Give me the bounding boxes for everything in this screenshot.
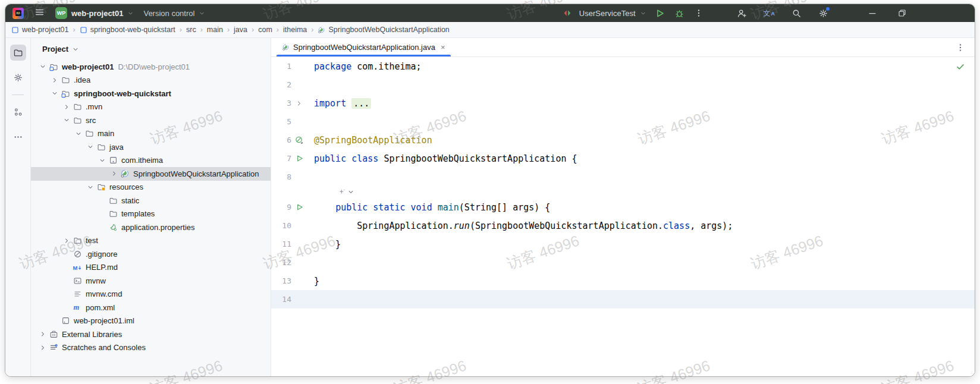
tree-item-com.itheima[interactable]: com.itheima <box>31 154 271 168</box>
project-panel-header[interactable]: Project <box>31 38 271 60</box>
chevron-collapsed-icon[interactable] <box>61 237 72 244</box>
code-with-me-button[interactable] <box>736 7 748 20</box>
search-everywhere-button[interactable] <box>790 7 803 20</box>
chevron-expanded-icon[interactable] <box>84 184 96 191</box>
folder-icon <box>72 116 83 125</box>
code-text: SpringApplication.run(SpringbootWebQuick… <box>314 221 733 231</box>
chevron-expanded-icon[interactable] <box>96 157 108 164</box>
tree-item-springboot-web-quickstart[interactable]: springboot-web-quickstart <box>31 87 271 100</box>
main-menu-button[interactable] <box>33 6 46 20</box>
restore-button[interactable] <box>896 7 908 19</box>
code-line-9[interactable]: 9 public static void main(String[] args)… <box>271 198 975 216</box>
tree-item-static[interactable]: static <box>31 194 271 207</box>
code-line-1[interactable]: 1package com.itheima; <box>271 57 975 75</box>
breadcrumb-item-web-project01[interactable]: web-project01 <box>11 26 69 34</box>
tree-item-label: test <box>86 236 98 245</box>
chevron-collapsed-icon[interactable] <box>108 170 120 177</box>
more-tools-button[interactable] <box>10 129 26 145</box>
chevron-collapsed-icon[interactable] <box>37 344 48 351</box>
chevron-collapsed-icon[interactable] <box>49 77 60 84</box>
breadcrumb-item-itheima[interactable]: itheima <box>283 26 307 34</box>
chevron-collapsed-icon[interactable] <box>37 331 48 338</box>
tree-item-test[interactable]: test <box>31 234 271 248</box>
inspection-ok-icon[interactable] <box>956 62 965 71</box>
tree-item-web-project01[interactable]: web-project01D:\DD\web-project01 <box>31 60 271 74</box>
chevron-collapsed-icon[interactable] <box>61 103 72 111</box>
tree-item-External Libraries[interactable]: External Libraries <box>31 328 271 341</box>
breadcrumb-label: springboot-web-quickstart <box>90 26 175 34</box>
code-line-8[interactable]: 8 <box>271 168 975 186</box>
code-line-3[interactable]: 3import ... <box>271 94 975 112</box>
tree-item-.gitignore[interactable]: .gitignore <box>31 247 271 261</box>
ai-inlay-icon[interactable] <box>338 188 354 196</box>
tab-options-kebab-icon[interactable] <box>956 43 965 52</box>
tree-item-mvnw[interactable]: mvnw <box>31 274 271 288</box>
chevron-expanded-icon[interactable] <box>61 117 72 124</box>
code-line-12[interactable]: 12 <box>271 253 975 272</box>
vcs-widget[interactable]: Version control <box>143 9 205 18</box>
project-widget[interactable]: WP web-project01 <box>55 7 134 19</box>
code-line-11[interactable]: 11 } <box>271 235 975 253</box>
tree-item-main[interactable]: main <box>31 127 271 141</box>
run-gutter-icon[interactable] <box>291 154 307 163</box>
structure-icon <box>13 107 23 117</box>
chevron-expanded-icon[interactable] <box>84 143 96 150</box>
chevron-expanded-icon[interactable] <box>49 90 60 97</box>
code-text: public static void main(String[] args) { <box>314 202 550 213</box>
tree-item-label: .gitignore <box>86 250 117 259</box>
tree-item-templates[interactable]: templates <box>31 207 271 221</box>
editor-tab[interactable]: SpringbootWebQuickstartApplication.java … <box>276 38 451 56</box>
minimize-button[interactable] <box>866 7 878 19</box>
tree-item-application.properties[interactable]: application.properties <box>31 221 271 234</box>
tree-item-web-project01.iml[interactable]: web-project01.iml <box>31 314 271 328</box>
chevron-down-icon <box>127 10 134 17</box>
package-icon <box>108 156 118 165</box>
code-line-7[interactable]: 7public class SpringbootWebQuickstartApp… <box>271 149 975 168</box>
spring-gutter-icon[interactable] <box>291 136 307 145</box>
code-text: public class SpringbootWebQuickstartAppl… <box>314 153 577 164</box>
code-area[interactable]: 1package com.itheima;23import ...56@Spri… <box>271 57 975 376</box>
code-line-5[interactable]: 5 <box>271 112 975 131</box>
settings-notification-dot <box>826 7 830 11</box>
tree-item-Scratches and Consoles[interactable]: Scratches and Consoles <box>31 341 271 355</box>
tree-item-HELP.md[interactable]: MHELP.md <box>31 261 271 275</box>
settings-button[interactable] <box>817 7 830 20</box>
breadcrumb-item-springboot-web-quickstart[interactable]: springboot-web-quickstart <box>80 26 175 34</box>
code-line-13[interactable]: 13} <box>271 272 975 290</box>
breadcrumb-item-main[interactable]: main <box>207 26 223 34</box>
debug-button[interactable] <box>673 7 686 20</box>
tree-item-.mvn[interactable]: .mvn <box>31 100 271 114</box>
search-icon <box>791 8 802 18</box>
project-avatar: WP <box>55 7 67 19</box>
code-line-2[interactable]: 2 <box>271 75 975 94</box>
code-line-6[interactable]: 6@SpringBootApplication <box>271 131 975 149</box>
fold-gutter-icon[interactable] <box>291 100 307 107</box>
tree-item-pom.xml[interactable]: mpom.xml <box>31 301 271 314</box>
run-button[interactable] <box>654 7 666 20</box>
close-icon[interactable]: × <box>441 43 445 52</box>
tree-item-.idea[interactable]: .idea <box>31 74 271 87</box>
tree-item-java[interactable]: java <box>31 140 271 154</box>
structure-tool-button[interactable] <box>10 104 26 120</box>
translate-button[interactable]: 文A <box>762 8 777 18</box>
module-icon <box>60 89 71 98</box>
code-line-14[interactable]: 14 <box>271 290 975 309</box>
breadcrumb-item-SpringbootWebQuickstartApplication[interactable]: SpringbootWebQuickstartApplication <box>318 26 449 34</box>
line-number: 11 <box>271 240 291 248</box>
tree-item-SpringbootWebQuickstartApplication[interactable]: SpringbootWebQuickstartApplication <box>31 167 271 181</box>
code-line-10[interactable]: 10 SpringApplication.run(SpringbootWebQu… <box>271 216 975 235</box>
more-run-options-button[interactable] <box>693 7 705 19</box>
run-config-selector[interactable]: UserServiceTest <box>579 9 646 18</box>
chevron-expanded-icon[interactable] <box>37 63 48 70</box>
tree-item-resources[interactable]: resources <box>31 181 271 194</box>
breadcrumb-item-src[interactable]: src <box>186 26 196 34</box>
stripe-settings-button[interactable] <box>10 70 26 86</box>
title-bar-actions: 文A <box>736 7 830 20</box>
tree-item-src[interactable]: src <box>31 114 271 127</box>
chevron-expanded-icon[interactable] <box>73 130 84 137</box>
project-tool-button[interactable] <box>10 45 26 61</box>
breadcrumb-item-com[interactable]: com <box>258 26 272 34</box>
run-gutter-icon[interactable] <box>291 203 307 212</box>
tree-item-mvnw.cmd[interactable]: mvnw.cmd <box>31 288 271 301</box>
breadcrumb-item-java[interactable]: java <box>234 26 247 34</box>
